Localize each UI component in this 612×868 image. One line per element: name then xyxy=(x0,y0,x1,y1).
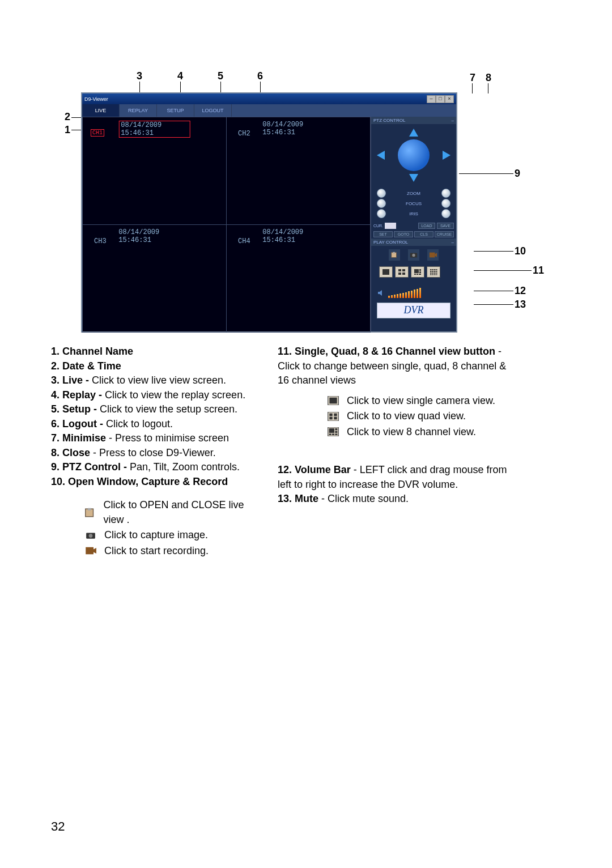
callout-12: 12 xyxy=(515,285,526,297)
tab-replay[interactable]: REPLAY xyxy=(120,104,157,117)
item-1: 1. Channel Name xyxy=(51,346,133,357)
svg-rect-34 xyxy=(86,547,94,555)
item-4b: 4. Replay - xyxy=(51,389,105,401)
volume-bar[interactable] xyxy=(388,288,450,298)
svg-rect-12 xyxy=(414,274,416,275)
svg-rect-44 xyxy=(335,428,337,430)
record-icon[interactable] xyxy=(427,249,439,261)
play-title: PLAY CONTROL xyxy=(373,240,408,245)
item-8b: 8. Close xyxy=(51,447,93,458)
screenshot-diagram: D9-Viewer –□× LIVE REPLAY SETUP LOGOUT 0… xyxy=(51,68,510,340)
iris-label: IRIS xyxy=(409,211,418,216)
zoom-minus[interactable] xyxy=(377,189,386,198)
right-column: 11. Single, Quad, 8 & 16 Channel view bu… xyxy=(278,344,516,559)
ptz-joystick[interactable] xyxy=(398,139,430,171)
ch2-time: 08/14/2009 15:46:31 xyxy=(262,121,334,137)
ch1-name: CH1 xyxy=(91,129,104,137)
svg-rect-21 xyxy=(434,271,436,272)
close-button[interactable]: × xyxy=(445,95,454,103)
ptz-up[interactable] xyxy=(409,129,418,137)
item-8t: - Press to close D9-Viewer. xyxy=(93,447,216,458)
cur-label: CUR. xyxy=(373,224,383,228)
mute-icon[interactable] xyxy=(377,289,385,297)
panel-min-icon[interactable]: – xyxy=(452,118,454,123)
iris-plus[interactable] xyxy=(441,209,450,218)
ptz-down[interactable] xyxy=(409,174,418,182)
tab-setup[interactable]: SETUP xyxy=(157,104,194,117)
open-window-icon[interactable] xyxy=(389,249,400,261)
item-7t: - Press to minimise screen xyxy=(109,432,229,444)
cur-input[interactable] xyxy=(385,223,396,229)
item-5b: 5. Setup - xyxy=(51,403,100,415)
left-column: 1. Channel Name 2. Date & Time 3. Live -… xyxy=(51,344,264,559)
minimise-button[interactable]: – xyxy=(427,95,436,103)
video-ch4[interactable]: 08/14/2009 15:46:31 CH4 xyxy=(226,224,371,333)
svg-rect-8 xyxy=(402,273,405,275)
ch1-time: 08/14/2009 15:46:31 xyxy=(118,121,190,138)
item-4t: Click to view the replay screen. xyxy=(105,389,245,401)
focus-plus[interactable] xyxy=(441,199,450,208)
set-button[interactable]: SET xyxy=(373,231,393,237)
svg-rect-26 xyxy=(436,273,437,274)
ic1-text: Click to OPEN and CLOSE live view . xyxy=(103,498,264,527)
svg-rect-6 xyxy=(402,269,405,271)
view-8ch-button[interactable] xyxy=(411,266,424,278)
view-quad-icon xyxy=(325,410,341,423)
zoom-label: ZOOM xyxy=(407,191,420,196)
view-quad-button[interactable] xyxy=(395,266,409,278)
svg-rect-46 xyxy=(329,434,332,436)
capture-icon[interactable] xyxy=(408,249,419,261)
cruise-button[interactable]: CRUISE xyxy=(435,231,454,237)
ptz-title: PTZ CONTROL xyxy=(373,118,405,123)
save-button[interactable]: SAVE xyxy=(437,223,454,229)
svg-rect-18 xyxy=(436,269,437,270)
video-ch1[interactable]: 08/14/2009 15:46:31 CH1 xyxy=(82,117,227,225)
dvr-logo: DVR xyxy=(377,303,450,318)
zoom-plus[interactable] xyxy=(441,189,450,198)
svg-rect-24 xyxy=(432,273,434,274)
item-10: 10. Open Window, Capture & Record xyxy=(51,476,228,487)
video-ch2[interactable]: 08/14/2009 15:46:31 CH2 xyxy=(226,117,371,225)
ch4-time: 08/14/2009 15:46:31 xyxy=(262,228,334,244)
svg-rect-36 xyxy=(329,398,337,404)
tab-logout[interactable]: LOGOUT xyxy=(194,104,232,117)
ptz-dpad xyxy=(371,124,456,186)
svg-rect-48 xyxy=(335,434,337,436)
load-button[interactable]: LOAD xyxy=(418,223,435,229)
svg-rect-19 xyxy=(430,271,432,272)
ptz-right[interactable] xyxy=(443,151,450,160)
svg-rect-27 xyxy=(430,274,432,275)
svg-rect-47 xyxy=(332,434,334,436)
svg-rect-3 xyxy=(430,253,435,258)
svg-point-2 xyxy=(412,254,415,257)
svg-rect-23 xyxy=(430,273,432,274)
svg-rect-45 xyxy=(335,431,337,433)
video-ch3[interactable]: 08/14/2009 15:46:31 CH3 xyxy=(82,224,227,333)
ptz-left[interactable] xyxy=(377,151,385,160)
maximise-button[interactable]: □ xyxy=(436,95,445,103)
svg-rect-29 xyxy=(434,274,436,275)
ic3-text: Click to start recording. xyxy=(104,544,209,559)
svg-rect-5 xyxy=(398,269,401,271)
iris-minus[interactable] xyxy=(377,209,386,218)
item-3b: 3. Live - xyxy=(51,375,92,386)
svg-rect-20 xyxy=(432,271,434,272)
cls-button[interactable]: CLS xyxy=(414,231,434,237)
svg-point-33 xyxy=(89,534,93,538)
svg-rect-7 xyxy=(398,273,401,275)
panel-min-icon[interactable]: – xyxy=(452,240,454,245)
ic2-text: Click to capture image. xyxy=(104,528,208,543)
svg-rect-9 xyxy=(414,269,419,273)
svg-rect-30 xyxy=(436,274,437,275)
view-single-button[interactable] xyxy=(379,266,393,278)
focus-minus[interactable] xyxy=(377,199,386,208)
tab-live[interactable]: LIVE xyxy=(82,104,120,117)
svg-rect-40 xyxy=(329,416,332,419)
view-single-icon xyxy=(325,394,341,407)
item-12b: 12. Volume Bar xyxy=(278,464,354,475)
svg-rect-22 xyxy=(436,271,437,272)
view-16ch-button[interactable] xyxy=(427,266,440,278)
goto-button[interactable]: GOTO xyxy=(394,231,413,237)
svg-rect-25 xyxy=(434,273,436,274)
item-6b: 6. Logout - xyxy=(51,418,106,429)
